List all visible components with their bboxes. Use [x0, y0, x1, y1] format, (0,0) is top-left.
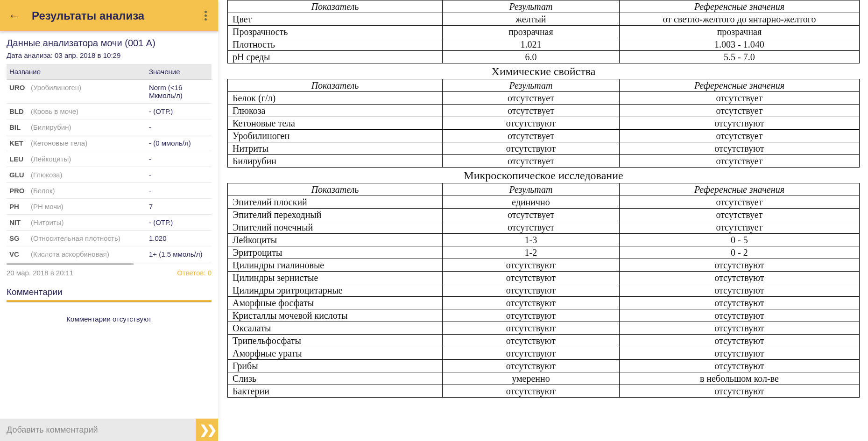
cell-result: отсутствует	[443, 155, 620, 168]
cell-reference: отсутствуют	[619, 297, 859, 309]
chevron-right-icon: ❯❯	[199, 423, 214, 437]
table-row: pH среды6.05.5 - 7.0	[228, 51, 860, 63]
back-button[interactable]: ←	[8, 8, 21, 23]
row-name: (Относительная плотность)	[28, 231, 146, 246]
cell-indicator: Цилиндры зернистые	[228, 272, 443, 284]
row-name: (Кетоновые тела)	[28, 135, 146, 151]
cell-result: отсутствуют	[443, 284, 620, 297]
kebab-dot-icon	[205, 11, 207, 13]
row-value: - (ОТР.)	[146, 215, 212, 231]
row-code: NIT	[7, 215, 28, 231]
row-name: (Белок)	[28, 183, 146, 199]
cell-result: 6.0	[443, 51, 620, 63]
table-row: Грибыотсутствуютотсутствуют	[228, 360, 860, 372]
cell-indicator: Нитриты	[228, 142, 443, 155]
row-value: -	[146, 167, 212, 183]
cell-indicator: Белок (г/л)	[228, 92, 443, 105]
table-row[interactable]: KET(Кетоновые тела)- (0 ммоль/л)	[7, 135, 212, 151]
cell-reference: отсутствует	[619, 155, 859, 168]
menu-button[interactable]	[202, 8, 210, 23]
table-row: Эпителий плоскийединичноотсутствует	[228, 196, 860, 209]
th-result: Результат	[443, 183, 620, 196]
cell-reference: 1.003 - 1.040	[619, 38, 859, 51]
cell-indicator: Аморфные ураты	[228, 347, 443, 360]
row-code: URO	[7, 80, 28, 104]
table-row[interactable]: GLU(Глюкоза)-	[7, 167, 212, 183]
cell-reference: отсутствует	[619, 221, 859, 234]
table-row: Трипельфосфатыотсутствуютотсутствуют	[228, 335, 860, 347]
cell-result: отсутствуют	[443, 142, 620, 155]
cell-result: отсутствуют	[443, 272, 620, 284]
cell-result: отсутствуют	[443, 309, 620, 322]
cell-result: отсутствуют	[443, 385, 620, 398]
cell-result: отсутствует	[443, 105, 620, 117]
cell-result: отсутствует	[443, 209, 620, 221]
analysis-date: Дата анализа: 03 апр. 2018 в 10:29	[7, 51, 212, 59]
row-value: -	[146, 119, 212, 135]
send-button[interactable]: ❯❯	[196, 419, 218, 441]
cell-result: отсутствуют	[443, 297, 620, 309]
chemical-title: Химические свойства	[227, 65, 860, 78]
report-panel: Показатель Результат Референсные значени…	[218, 0, 868, 441]
table-row: Цветжелтыйот светло-желтого до янтарно-ж…	[228, 13, 860, 26]
answers-count[interactable]: Ответов: 0	[177, 269, 212, 277]
row-code: BLD	[7, 104, 28, 119]
row-name: (Кислота аскорбиновая)	[28, 246, 146, 262]
comment-input[interactable]: Добавить комментарий	[0, 425, 196, 435]
row-name: (Билирубин)	[28, 119, 146, 135]
table-row[interactable]: BLD(Кровь в моче)- (ОТР.)	[7, 104, 212, 119]
content-area: Данные анализатора мочи (001 A) Дата ана…	[0, 31, 218, 441]
cell-indicator: Билирубин	[228, 155, 443, 168]
table-row[interactable]: SG(Относительная плотность)1.020	[7, 231, 212, 246]
table-row[interactable]: VC(Кислота аскорбиновая)1+ (1.5 ммоль/л)	[7, 246, 212, 262]
row-name: (Уробилиноген)	[28, 80, 146, 104]
row-name: (Кровь в моче)	[28, 104, 146, 119]
cell-result: 1-3	[443, 234, 620, 246]
cell-reference: отсутствует	[619, 196, 859, 209]
meta-date: 20 мар. 2018 в 20:11	[7, 269, 73, 277]
cell-reference: отсутствуют	[619, 309, 859, 322]
table-row[interactable]: URO(Уробилиноген)Norm (<16 Мкмоль/л)	[7, 80, 212, 104]
table-row: Цилиндры гиалиновыеотсутствуютотсутствую…	[228, 259, 860, 272]
cell-reference: прозрачная	[619, 26, 859, 38]
cell-reference: отсутствуют	[619, 117, 859, 130]
app-bar: ← Результаты анализа	[0, 0, 218, 31]
table-row[interactable]: BIL(Билирубин)-	[7, 119, 212, 135]
cell-indicator: Кристаллы мочевой кислоты	[228, 309, 443, 322]
row-code: KET	[7, 135, 28, 151]
micro-title: Микроскопическое исследование	[227, 169, 860, 182]
row-code: SG	[7, 231, 28, 246]
cell-indicator: Эритроциты	[228, 246, 443, 259]
row-name: (Глюкоза)	[28, 167, 146, 183]
cell-reference: отсутствуют	[619, 360, 859, 372]
row-value: - (0 ммоль/л)	[146, 135, 212, 151]
table-row[interactable]: NIT(Нитриты)- (ОТР.)	[7, 215, 212, 231]
cell-result: желтый	[443, 13, 620, 26]
table-row: Прозрачностьпрозрачнаяпрозрачная	[228, 26, 860, 38]
th-reference: Референсные значения	[619, 79, 859, 92]
th-reference: Референсные значения	[619, 0, 859, 13]
cell-reference: отсутствуют	[619, 284, 859, 297]
table-row: Аморфные уратыотсутствуютотсутствуют	[228, 347, 860, 360]
table-row: Аморфные фосфатыотсутствуютотсутствуют	[228, 297, 860, 309]
cell-indicator: Лейкоциты	[228, 234, 443, 246]
cell-reference: отсутствуют	[619, 335, 859, 347]
table-row[interactable]: LEU(Лейкоциты)-	[7, 151, 212, 167]
row-code: VC	[7, 246, 28, 262]
row-value: -	[146, 183, 212, 199]
col-value: Значение	[146, 64, 212, 80]
table-row: Цилиндры зернистыеотсутствуютотсутствуют	[228, 272, 860, 284]
cell-result: 1.021	[443, 38, 620, 51]
cell-reference: отсутствует	[619, 209, 859, 221]
cell-reference: отсутствуют	[619, 142, 859, 155]
table-row[interactable]: PH(PH мочи)7	[7, 199, 212, 215]
row-value: -	[146, 151, 212, 167]
table-row: Белок (г/л)отсутствуетотсутствует	[228, 92, 860, 105]
cell-indicator: Эпителий почечный	[228, 221, 443, 234]
cell-reference: 0 - 5	[619, 234, 859, 246]
cell-result: отсутствуют	[443, 335, 620, 347]
arrow-left-icon: ←	[8, 8, 21, 22]
cell-reference: в небольшом кол-ве	[619, 372, 859, 385]
cell-result: отсутствуют	[443, 360, 620, 372]
table-row[interactable]: PRO(Белок)-	[7, 183, 212, 199]
